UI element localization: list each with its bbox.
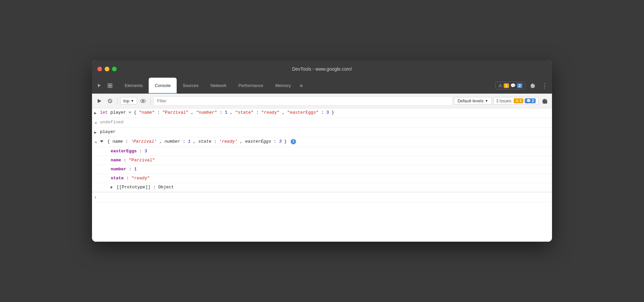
clear-icon[interactable] <box>105 96 115 106</box>
console-prop-number: number : 1 <box>92 165 552 174</box>
gutter-6 <box>92 157 99 158</box>
gutter-9 <box>92 184 99 185</box>
console-line-input-2: ▶ player <box>92 128 552 137</box>
svg-marker-4 <box>98 99 101 103</box>
close-button[interactable] <box>97 67 102 71</box>
console-input-line[interactable]: › <box>92 192 552 202</box>
issues-count[interactable]: 3 Issues: ⚠ 1 💬 2 <box>493 97 539 105</box>
svg-rect-2 <box>108 86 110 88</box>
chevron-down-icon-2: ▼ <box>485 99 488 103</box>
separator-2 <box>150 98 151 104</box>
line-content-3: player <box>99 129 549 135</box>
issues-info-badge: 💬 2 <box>525 98 536 103</box>
tab-memory[interactable]: Memory <box>269 78 297 94</box>
settings-icon[interactable] <box>528 81 537 90</box>
console-line-output-1: ◀ undefined <box>92 118 552 128</box>
issues-text: 3 Issues: <box>496 99 512 103</box>
tab-sources[interactable]: Sources <box>177 78 205 94</box>
console-prop-name: name : "Parzival" <box>92 156 552 165</box>
issues-warning-count: 1 <box>504 83 509 88</box>
context-selector[interactable]: top ▼ <box>120 97 137 105</box>
prototype-expand-icon[interactable] <box>111 186 113 189</box>
issues-info-count: 2 <box>517 83 522 88</box>
cursor-icon[interactable] <box>95 81 104 90</box>
eye-icon[interactable] <box>138 96 148 106</box>
svg-rect-1 <box>110 84 112 85</box>
console-prototype[interactable]: [[Prototype]] : Object <box>92 183 552 192</box>
gutter-3: ▶ <box>92 129 99 136</box>
inspect-icon[interactable] <box>105 81 115 90</box>
filter-input[interactable] <box>153 96 453 106</box>
issues-badge[interactable]: ⚠ 1 💬 2 <box>495 82 525 89</box>
chevron-down-icon: ▼ <box>131 99 134 103</box>
gutter-2: ◀ <box>92 119 99 126</box>
svg-line-6 <box>109 100 111 102</box>
gutter-7 <box>92 166 99 167</box>
line-content-2: undefined <box>99 119 549 125</box>
levels-label: Default levels <box>458 98 484 103</box>
console-settings-icon[interactable] <box>540 96 549 106</box>
tabbar-icons <box>95 81 115 90</box>
console-output: ▶ let player = { "name" : "Parzival" , "… <box>92 108 552 242</box>
comment-icon: 💬 <box>510 83 516 88</box>
tab-network[interactable]: Network <box>205 78 233 94</box>
svg-rect-3 <box>110 86 112 88</box>
prop-content-name: name : "Parzival" <box>99 157 549 163</box>
gutter-5 <box>92 148 99 149</box>
traffic-lights <box>97 67 117 71</box>
issues-warning-badge: ⚠ 1 <box>514 98 523 103</box>
tabbar-right: ⚠ 1 💬 2 ⋮ <box>495 81 549 90</box>
console-prop-eastereggs: easterEggs : 3 <box>92 147 552 156</box>
separator-1 <box>117 98 118 104</box>
titlebar: DevTools - www.google.com/ <box>92 60 552 78</box>
console-toolbar: top ▼ Default levels ▼ 3 Issues: ⚠ 1 💬 2 <box>92 94 552 108</box>
input-prompt-icon: › <box>94 194 97 200</box>
console-line-object-header[interactable]: ◀ { name : 'Parzival' , number : 1 , sta… <box>92 137 552 147</box>
levels-selector[interactable]: Default levels ▼ <box>454 97 492 105</box>
prop-content-state: state : "ready" <box>99 175 549 181</box>
line-content-1: let player = { "name" : "Parzival" , "nu… <box>99 110 549 116</box>
input-area[interactable] <box>99 194 549 200</box>
prop-content-prototype: [[Prototype]] : Object <box>99 184 549 190</box>
gutter-1: ▶ <box>92 110 99 116</box>
gutter-8 <box>92 175 99 176</box>
tab-performance[interactable]: Performance <box>232 78 269 94</box>
tab-console[interactable]: Console <box>149 78 177 94</box>
prop-content-number: number : 1 <box>99 166 549 172</box>
svg-point-8 <box>142 100 144 102</box>
gutter-10: › <box>92 194 99 200</box>
tab-elements[interactable]: Elements <box>119 78 149 94</box>
arrow-right-icon-2: ▶ <box>94 130 96 136</box>
arrow-right-icon: ▶ <box>94 110 96 116</box>
arrow-left-icon: ◀ <box>94 120 96 126</box>
kebab-menu-icon[interactable]: ⋮ <box>540 81 549 90</box>
minimize-button[interactable] <box>105 67 109 71</box>
expand-icon[interactable] <box>100 140 103 143</box>
console-prop-state: state : "ready" <box>92 174 552 183</box>
svg-rect-0 <box>108 84 110 85</box>
maximize-button[interactable] <box>112 67 117 71</box>
gutter-4: ◀ <box>92 139 99 145</box>
warning-icon: ⚠ <box>498 83 502 88</box>
console-input[interactable] <box>100 194 549 199</box>
keyword-let: let <box>100 110 108 115</box>
line-content-4: { name : 'Parzival' , number : 1 , state… <box>99 139 549 145</box>
window-title: DevTools - www.google.com/ <box>292 66 352 72</box>
devtools-window: DevTools - www.google.com/ Elements <box>92 60 552 242</box>
tab-more[interactable]: » <box>297 82 306 89</box>
execute-icon[interactable] <box>95 96 104 106</box>
arrow-left-icon-2: ◀ <box>94 139 96 145</box>
info-icon[interactable]: i <box>291 139 296 144</box>
tabbar: Elements Console Sources Network Perform… <box>92 78 552 94</box>
prop-content-eastereggs: easterEggs : 3 <box>99 148 549 154</box>
console-line-input-1: ▶ let player = { "name" : "Parzival" , "… <box>92 108 552 118</box>
context-label: top <box>123 98 129 103</box>
